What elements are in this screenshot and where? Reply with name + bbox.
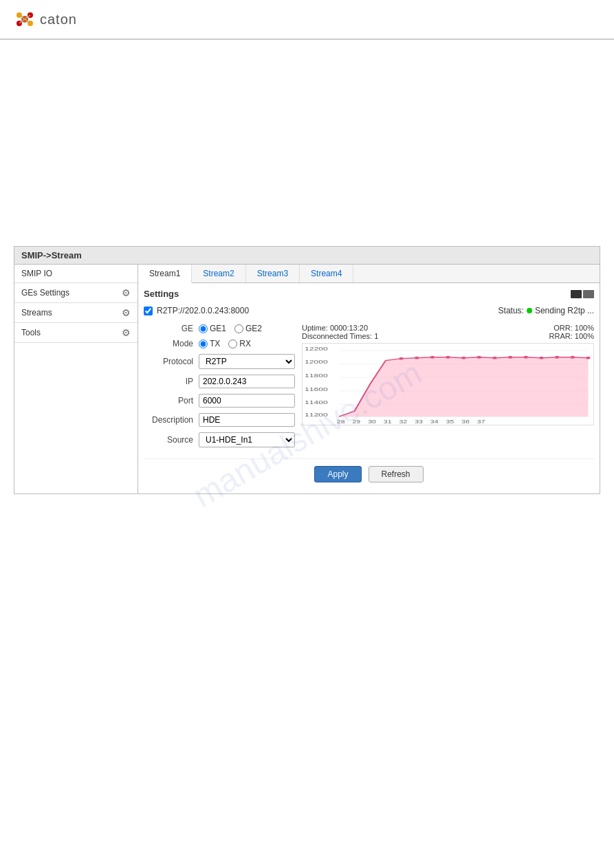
mode-row: Mode TX RX	[144, 339, 295, 348]
source-select[interactable]: U1-HDE_In1 U1-HDE_In2	[199, 432, 295, 447]
tab-stream1[interactable]: Stream1	[138, 265, 192, 283]
orr-label: ORR:	[553, 324, 573, 332]
tab-bar: Stream1 Stream2 Stream3 Stream4	[138, 265, 600, 283]
tx-radio[interactable]	[199, 340, 208, 348]
ge1-radio-label[interactable]: GE1	[199, 324, 226, 333]
ip-label: IP	[144, 377, 199, 386]
protocol-select[interactable]: R2TP UDP RTP	[199, 354, 295, 369]
description-row: Description	[144, 413, 295, 427]
refresh-button[interactable]: Refresh	[369, 466, 424, 482]
ip-input[interactable]	[199, 375, 295, 388]
settings-area: Settings R2TP://202.0.0.243:8000	[138, 283, 600, 493]
svg-point-21	[399, 357, 403, 360]
logo-icon	[14, 8, 36, 30]
sidebar-item-smip-io[interactable]: SMIP IO	[14, 265, 138, 283]
svg-text:30: 30	[368, 419, 376, 425]
svg-text:32: 32	[399, 419, 407, 425]
port-label: Port	[144, 396, 199, 405]
streams-label: Streams	[21, 308, 52, 318]
orr-value: 100%	[575, 324, 594, 332]
svg-text:12200: 12200	[305, 346, 328, 351]
svg-point-28	[508, 356, 512, 359]
stream-info-row: R2TP://202.0.0.243:8000 Status: Sending …	[144, 304, 594, 317]
sidebar-item-streams[interactable]: Streams ⚙	[14, 303, 138, 323]
sidebar-smip-io-label: SMIP IO	[21, 269, 52, 278]
mode-radio-group: TX RX	[199, 339, 295, 348]
tx-label: TX	[210, 339, 220, 348]
apply-button[interactable]: Apply	[314, 466, 361, 482]
source-control: U1-HDE_In1 U1-HDE_In2	[199, 432, 295, 447]
header: caton	[0, 0, 614, 40]
rx-radio-label[interactable]: RX	[228, 339, 251, 348]
rrar-value: 100%	[575, 332, 594, 340]
svg-point-31	[555, 356, 559, 359]
sidebar-item-tools[interactable]: Tools ⚙	[14, 323, 138, 343]
ge2-radio[interactable]	[234, 324, 243, 333]
rx-label: RX	[239, 339, 251, 348]
svg-point-23	[430, 356, 435, 359]
description-control	[199, 413, 295, 427]
ge2-radio-label[interactable]: GE2	[234, 324, 262, 333]
svg-point-33	[586, 357, 590, 359]
port-row: Port	[144, 394, 295, 408]
panel: SMIP->Stream SMIP IO GEs Settings ⚙ Stre…	[14, 246, 600, 494]
settings-header: Settings	[144, 289, 594, 299]
svg-point-30	[539, 357, 543, 359]
panel-body: SMIP IO GEs Settings ⚙ Streams ⚙ Tools ⚙	[14, 265, 600, 493]
chart-container: 12200 12000 11800 11600 11400 11200	[302, 343, 594, 425]
status-label: Status:	[498, 306, 524, 315]
port-control	[199, 394, 295, 408]
status-text: Sending R2tp ...	[535, 306, 594, 315]
tab-stream3[interactable]: Stream3	[246, 265, 300, 282]
ges-settings-gear-icon[interactable]: ⚙	[122, 287, 131, 298]
svg-text:11600: 11600	[305, 386, 328, 392]
status-dot-icon	[527, 308, 532, 313]
tools-gear-icon[interactable]: ⚙	[122, 327, 131, 338]
ge-label: GE	[144, 324, 199, 333]
svg-point-32	[571, 356, 575, 359]
svg-point-26	[477, 356, 481, 359]
mode-label: Mode	[144, 339, 199, 348]
rx-radio[interactable]	[228, 340, 237, 348]
svg-text:36: 36	[461, 419, 470, 425]
status-row: Status: Sending R2tp ...	[498, 306, 594, 315]
ip-row: IP	[144, 375, 295, 388]
svg-text:33: 33	[415, 419, 423, 425]
tools-label: Tools	[21, 328, 41, 337]
chart-svg: 12200 12000 11800 11600 11400 11200	[303, 344, 593, 425]
tab-stream2[interactable]: Stream2	[192, 265, 245, 282]
ge1-radio[interactable]	[199, 324, 208, 333]
logo: caton	[14, 8, 77, 30]
toggle-piece-1	[571, 290, 582, 298]
description-label: Description	[144, 415, 199, 425]
toggle-button[interactable]	[571, 290, 594, 298]
svg-point-29	[524, 356, 528, 359]
port-input[interactable]	[199, 394, 295, 408]
tx-radio-label[interactable]: TX	[199, 339, 220, 348]
svg-point-25	[461, 357, 465, 359]
sidebar-item-ges-settings[interactable]: GEs Settings ⚙	[14, 283, 138, 303]
protocol-label: Protocol	[144, 357, 199, 366]
uptime-label: Uptime:	[302, 324, 328, 332]
svg-text:35: 35	[446, 419, 454, 425]
source-label: Source	[144, 435, 199, 445]
protocol-control: R2TP UDP RTP	[199, 354, 295, 369]
ge-row: GE GE1 GE2	[144, 324, 295, 333]
disconnected-value: 1	[374, 332, 378, 340]
ge2-label: GE2	[245, 324, 262, 333]
disconnected-label: Disconnected Times:	[302, 332, 372, 340]
ge1-label: GE1	[210, 324, 226, 333]
chart-area: Uptime: 0000:13:20 Disconnected Times: 1	[302, 324, 594, 453]
stream-checkbox[interactable]	[144, 307, 153, 315]
panel-title: SMIP->Stream	[14, 247, 600, 265]
logo-text: caton	[40, 12, 77, 27]
description-input[interactable]	[199, 413, 295, 427]
chart-stats-right: ORR: 100% RRAR: 100%	[549, 324, 594, 340]
tab-stream4[interactable]: Stream4	[300, 265, 353, 282]
svg-text:29: 29	[353, 419, 361, 425]
stream-url-text: R2TP://202.0.0.243:8000	[157, 306, 249, 315]
svg-text:28: 28	[337, 419, 345, 425]
streams-gear-icon[interactable]: ⚙	[122, 307, 131, 318]
two-col-layout: GE GE1 GE2	[144, 324, 594, 453]
svg-text:34: 34	[430, 419, 439, 425]
